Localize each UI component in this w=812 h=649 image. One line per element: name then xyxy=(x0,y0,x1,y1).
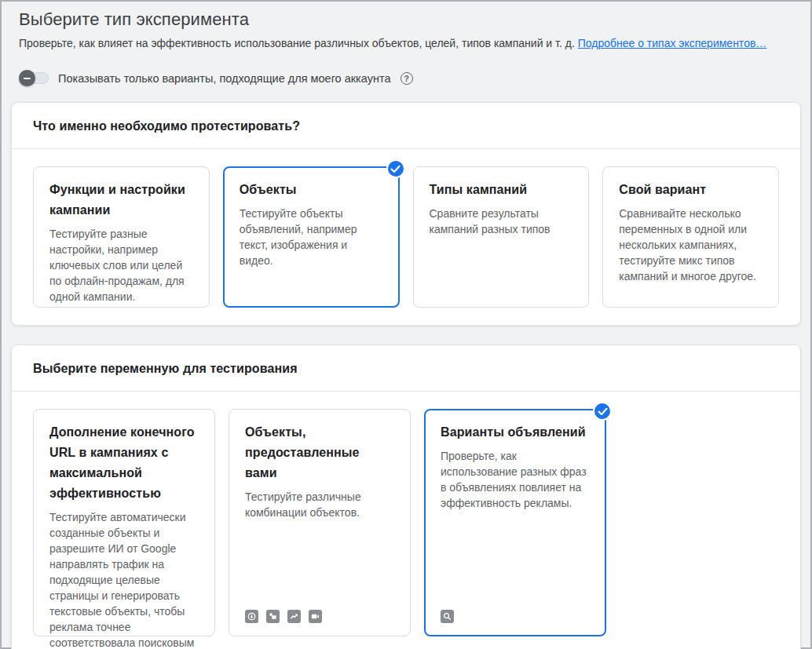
card-assets[interactable]: Объекты Тестируйте объекты объявлений, н… xyxy=(223,166,400,308)
performance-max-icon xyxy=(287,610,301,623)
campaign-type-icons xyxy=(245,610,394,623)
page-header: Выберите тип эксперимента Проверьте, как… xyxy=(2,2,810,51)
section-1-header: Что именно необходимо протестировать? xyxy=(12,103,800,148)
card-assets-provided-by-you[interactable]: Объекты, предоставленные вами Тестируйте… xyxy=(229,409,411,636)
card-title: Типы кампаний xyxy=(430,180,573,200)
toggle-knob-off-icon xyxy=(19,70,35,86)
card-final-url-expansion[interactable]: Дополнение конечного URL в кампаниях с м… xyxy=(33,409,215,636)
experiment-type-page: Выберите тип эксперимента Проверьте, как… xyxy=(0,0,812,649)
display-icon xyxy=(266,610,280,623)
section-1-cards: Функции и настройки кампании Тестируйте … xyxy=(12,149,800,325)
learn-more-link[interactable]: Подробнее о типах экспериментов… xyxy=(578,37,767,49)
help-icon[interactable]: ? xyxy=(401,72,413,85)
card-campaign-types[interactable]: Типы кампаний Сравните результаты кампан… xyxy=(413,166,590,308)
section-variable-to-test: Выберите переменную для тестирования Доп… xyxy=(11,345,801,649)
page-title: Выберите тип эксперимента xyxy=(19,9,793,30)
section-what-to-test: Что именно необходимо протестировать? Фу… xyxy=(11,102,801,326)
card-description: Тестируйте объекты объявлений, например … xyxy=(240,206,383,268)
campaign-type-icons xyxy=(441,610,590,623)
card-custom-variant[interactable]: Свой вариант Сравнивайте несколько перем… xyxy=(602,166,779,308)
card-description: Сравните результаты кампаний разных типо… xyxy=(430,206,573,237)
card-description: Сравнивайте несколько переменных в одной… xyxy=(619,206,763,284)
page-subtitle-text: Проверьте, как влияет на эффективность и… xyxy=(19,37,575,49)
section-2-cards: Дополнение конечного URL в кампаниях с м… xyxy=(12,392,800,649)
demand-gen-icon xyxy=(245,610,258,623)
card-title: Функции и настройки кампании xyxy=(49,180,193,221)
card-title: Свой вариант xyxy=(619,180,763,200)
card-title: Объекты, предоставленные вами xyxy=(245,422,394,483)
card-description: Тестируйте различные комбинации объектов… xyxy=(245,489,394,520)
selected-check-icon xyxy=(593,402,612,421)
page-subtitle: Проверьте, как влияет на эффективность и… xyxy=(19,35,793,51)
card-campaign-features[interactable]: Функции и настройки кампании Тестируйте … xyxy=(33,166,210,308)
video-icon xyxy=(309,610,322,623)
account-filter-toggle[interactable] xyxy=(19,71,49,85)
search-icon xyxy=(441,610,454,623)
account-filter-toggle-row: Показывать только варианты, подходящие д… xyxy=(19,71,793,85)
selected-check-icon xyxy=(386,159,405,178)
section-2-header: Выберите переменную для тестирования xyxy=(12,345,800,391)
card-ad-variations[interactable]: Варианты объявлений Проверьте, как испол… xyxy=(424,409,606,636)
toggle-label: Показывать только варианты, подходящие д… xyxy=(58,72,391,85)
card-title: Варианты объявлений xyxy=(441,422,590,443)
card-description: Тестируйте автоматически созданные объек… xyxy=(49,509,199,649)
card-title: Дополнение конечного URL в кампаниях с м… xyxy=(49,422,199,504)
card-title: Объекты xyxy=(240,180,383,200)
card-description: Тестируйте разные настройки, например кл… xyxy=(49,226,193,304)
card-description: Проверьте, как использование разных фраз… xyxy=(441,448,590,511)
